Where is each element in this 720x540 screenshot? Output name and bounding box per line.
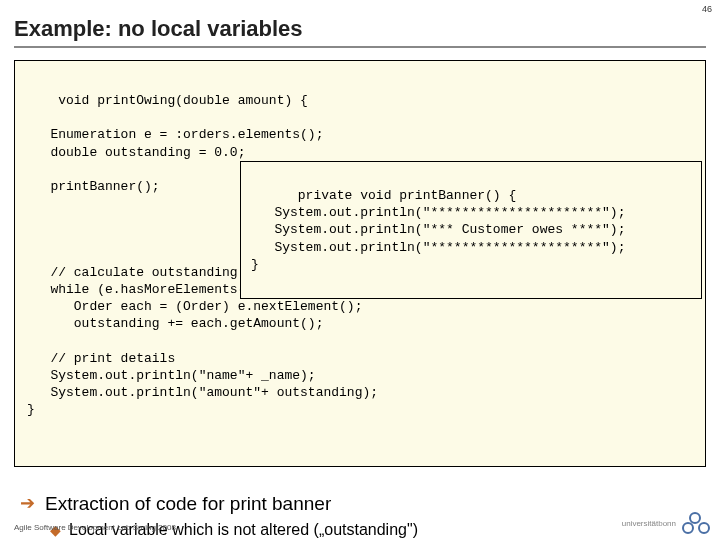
bullet-list: ➔ Extraction of code for print banner ◆ …: [14, 493, 706, 539]
code-main-box: void printOwing(double amount) { Enumera…: [14, 60, 706, 467]
code-overlay: private void printBanner() { System.out.…: [251, 188, 625, 272]
arrow-icon: ➔: [20, 493, 35, 515]
roots-logo-icon: [682, 512, 710, 534]
logo-text: universitätbonn: [622, 519, 676, 528]
page-number: 46: [702, 4, 712, 14]
footer-logo: universitätbonn: [622, 512, 710, 534]
page-title: Example: no local variables: [14, 16, 706, 48]
bullet-1-text: Extraction of code for print banner: [45, 493, 331, 515]
bullet-level-1: ➔ Extraction of code for print banner: [20, 493, 706, 515]
footer-text: Agile Software Development Lab Spring 20…: [14, 523, 176, 532]
code-overlay-box: private void printBanner() { System.out.…: [240, 161, 702, 299]
slide: 46 Example: no local variables void prin…: [0, 0, 720, 540]
